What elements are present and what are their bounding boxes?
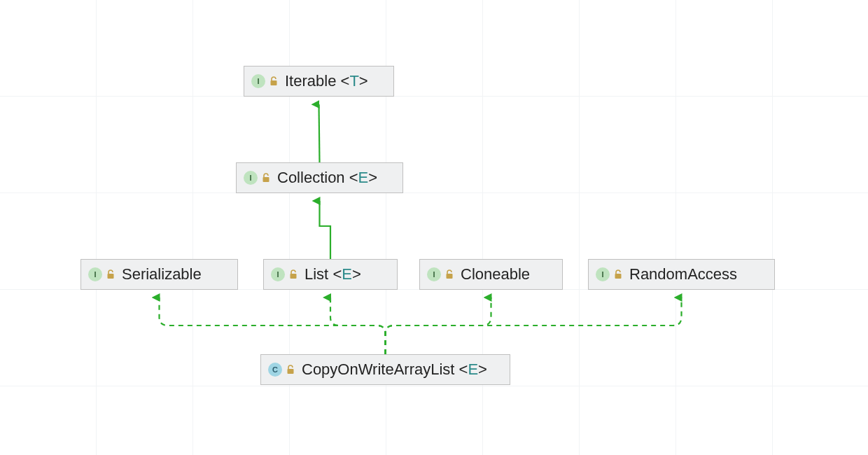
interface-badge: I	[88, 267, 102, 281]
edge-cowal-to-randomaccess	[386, 298, 682, 354]
type-param: E	[358, 169, 369, 186]
node-iterable[interactable]: I Iterable <T>	[244, 66, 394, 97]
svg-rect-3	[290, 274, 297, 279]
edge-list-to-collection	[320, 201, 331, 259]
type-name: Cloneable	[461, 265, 530, 284]
type-name: Iterable	[285, 72, 336, 90]
svg-rect-1	[263, 177, 270, 182]
interface-badge: I	[244, 171, 258, 185]
lock-icon	[106, 270, 115, 279]
lock-icon	[270, 76, 278, 86]
svg-rect-6	[288, 369, 294, 374]
node-serializable[interactable]: I Serializable	[80, 259, 238, 290]
lock-icon	[262, 173, 270, 183]
node-randomaccess[interactable]: I RandomAccess	[588, 259, 775, 290]
type-name: Collection	[277, 169, 345, 186]
edge-collection-to-iterable	[319, 104, 320, 162]
diagram-canvas[interactable]: { "colors": { "arrow": "#2bae2b", "grid"…	[0, 0, 868, 455]
type-name: List	[304, 265, 328, 283]
class-badge: C	[268, 363, 282, 377]
type-param: E	[342, 265, 352, 283]
type-name: CopyOnWriteArrayList	[302, 360, 454, 378]
svg-rect-5	[615, 274, 622, 279]
type-name: RandomAccess	[629, 265, 737, 284]
interface-badge: I	[427, 267, 441, 281]
node-copyonwritearraylist[interactable]: C CopyOnWriteArrayList <E>	[260, 354, 510, 385]
lock-icon	[445, 270, 454, 279]
edge-layer	[0, 0, 868, 455]
interface-badge: I	[251, 74, 265, 88]
node-cloneable[interactable]: I Cloneable	[419, 259, 563, 290]
type-param: T	[349, 72, 358, 90]
interface-badge: I	[271, 267, 285, 281]
edge-cowal-to-cloneable	[386, 298, 491, 354]
node-collection[interactable]: I Collection <E>	[236, 162, 403, 193]
lock-icon	[614, 270, 622, 279]
svg-rect-0	[271, 80, 277, 85]
lock-icon	[286, 365, 295, 374]
svg-rect-2	[108, 274, 114, 279]
edge-cowal-to-list	[330, 298, 386, 354]
interface-badge: I	[596, 267, 610, 281]
svg-rect-4	[447, 274, 453, 279]
lock-icon	[289, 270, 298, 279]
type-name: Serializable	[122, 265, 202, 284]
node-list[interactable]: I List <E>	[263, 259, 398, 290]
type-param: E	[468, 360, 478, 378]
